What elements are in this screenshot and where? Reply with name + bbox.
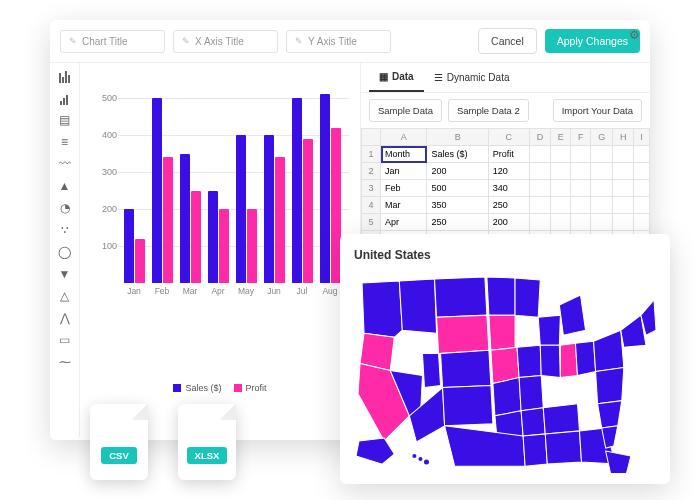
state-in[interactable]	[560, 343, 577, 377]
state-tn[interactable]	[543, 404, 579, 434]
gear-icon[interactable]: ⚙	[629, 28, 640, 42]
state-id[interactable]	[399, 279, 436, 333]
state-co[interactable]	[441, 350, 491, 387]
pencil-icon: ✎	[69, 36, 77, 46]
chart-preview: 100200300400500JanFebMarAprMayJunJulAug …	[80, 63, 360, 437]
tab-data[interactable]: ▦ Data	[369, 63, 424, 92]
state-il[interactable]	[540, 345, 560, 377]
legend-sales: Sales ($)	[185, 383, 221, 393]
bar-chart-icon[interactable]	[57, 69, 73, 83]
csv-file[interactable]: CSV	[90, 404, 148, 480]
sample-data-2-button[interactable]: Sample Data 2	[448, 99, 529, 122]
column-chart-icon[interactable]	[57, 91, 73, 105]
map-card: United States	[340, 234, 670, 484]
state-ak[interactable]	[356, 438, 394, 464]
file-export-chips: CSV XLSX	[90, 404, 236, 480]
legend-profit: Profit	[246, 383, 267, 393]
state-nc[interactable]	[598, 401, 622, 428]
state-fl[interactable]	[606, 451, 631, 473]
pencil-icon: ✎	[182, 36, 190, 46]
state-wi[interactable]	[538, 315, 560, 345]
state-ar[interactable]	[521, 408, 545, 436]
state-ks[interactable]	[493, 378, 521, 416]
cancel-button[interactable]: Cancel	[478, 28, 537, 54]
chart-title-input[interactable]: ✎Chart Title	[60, 30, 165, 53]
table-chart-icon[interactable]: ▭	[57, 333, 73, 347]
state-oh[interactable]	[575, 341, 595, 375]
state-hi[interactable]	[424, 460, 429, 465]
sample-data-button[interactable]: Sample Data	[369, 99, 442, 122]
line-chart-icon[interactable]: 〰	[57, 157, 73, 171]
chart-legend: Sales ($) Profit	[80, 383, 360, 393]
chart-type-sidebar: ▤ ≡ 〰 ▲ ◔ ∵ ◯ ▼ △ ⋀ ▭ ⁓	[50, 63, 80, 437]
stacked-bar-icon[interactable]: ≡	[57, 135, 73, 149]
pencil-icon: ✎	[295, 36, 303, 46]
map-title: United States	[354, 248, 656, 262]
state-ut[interactable]	[422, 353, 440, 387]
state-hi[interactable]	[412, 454, 416, 458]
horizontal-bar-icon[interactable]: ▤	[57, 113, 73, 127]
state-wy[interactable]	[437, 315, 489, 353]
state-mt[interactable]	[435, 277, 487, 317]
state-mo[interactable]	[519, 376, 543, 411]
state-ms-al[interactable]	[545, 431, 581, 464]
state-hi[interactable]	[418, 457, 422, 461]
funnel-chart-icon[interactable]: ▼	[57, 267, 73, 281]
state-nd[interactable]	[487, 277, 515, 315]
state-ia[interactable]	[517, 345, 541, 377]
pyramid-chart-icon[interactable]: △	[57, 289, 73, 303]
area-chart-icon[interactable]: ▲	[57, 179, 73, 193]
import-data-button[interactable]: Import Your Data	[553, 99, 642, 122]
state-sd[interactable]	[489, 315, 515, 350]
pie-chart-icon[interactable]: ◔	[57, 201, 73, 215]
combo-chart-icon[interactable]: ⋀	[57, 311, 73, 325]
state-va[interactable]	[596, 367, 624, 403]
editor-toolbar: ✎Chart Title ✎X Axis Title ✎Y Axis Title…	[50, 20, 650, 63]
state-nm[interactable]	[443, 386, 493, 426]
state-la[interactable]	[523, 434, 547, 466]
donut-chart-icon[interactable]: ◯	[57, 245, 73, 259]
y-axis-title-input[interactable]: ✎Y Axis Title	[286, 30, 391, 53]
tab-dynamic-data[interactable]: ☰ Dynamic Data	[424, 64, 520, 91]
state-mn[interactable]	[515, 278, 540, 317]
sparkline-icon[interactable]: ⁓	[57, 355, 73, 369]
x-axis-title-input[interactable]: ✎X Axis Title	[173, 30, 278, 53]
state-wa[interactable]	[362, 281, 402, 337]
scatter-chart-icon[interactable]: ∵	[57, 223, 73, 237]
us-map[interactable]	[354, 268, 656, 473]
state-pa[interactable]	[594, 330, 624, 371]
apply-changes-button[interactable]: Apply Changes	[545, 29, 640, 53]
state-mi[interactable]	[559, 295, 585, 335]
xlsx-file[interactable]: XLSX	[178, 404, 236, 480]
